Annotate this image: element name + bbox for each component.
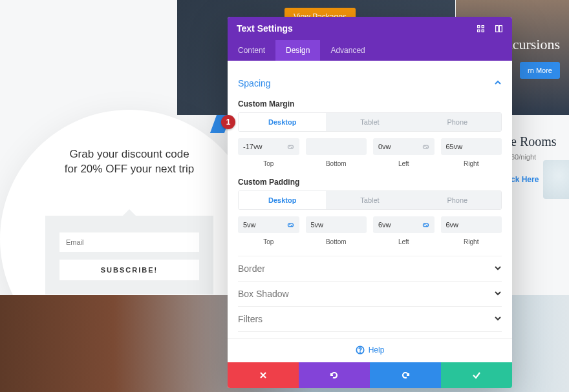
side-left-label: Left	[373, 160, 435, 167]
expand-icon[interactable]	[476, 24, 485, 33]
chevron-down-icon	[494, 263, 502, 274]
snap-icon[interactable]	[494, 24, 503, 33]
tab-advanced[interactable]: Advanced	[320, 40, 375, 61]
section-filters[interactable]: Filters	[238, 306, 502, 331]
link-icon[interactable]	[422, 220, 431, 229]
section-border[interactable]: Border	[238, 256, 502, 281]
annotation-marker-1: 1	[221, 115, 235, 129]
discount-heading: Grab your discount code for 20% OFF your…	[65, 147, 194, 177]
margin-device-tabs: Desktop Tablet Phone	[238, 112, 502, 132]
margin-bottom-input[interactable]	[306, 138, 367, 155]
svg-point-7	[360, 352, 360, 353]
save-button[interactable]	[441, 362, 512, 388]
padding-device-desktop[interactable]: Desktop	[239, 191, 326, 209]
text-settings-modal: Text Settings Content Design Advanced Sp…	[228, 17, 512, 388]
custom-margin-group: Custom Margin Desktop Tablet Phone	[238, 99, 502, 167]
section-spacing[interactable]: Spacing	[238, 71, 502, 96]
side-bottom-label: Bottom	[306, 160, 367, 167]
side-left-label: Left	[373, 238, 435, 245]
side-bottom-label: Bottom	[306, 238, 367, 245]
margin-device-tablet[interactable]: Tablet	[326, 113, 413, 131]
tab-design[interactable]: Design	[275, 40, 320, 61]
redo-button[interactable]	[370, 362, 441, 388]
help-icon	[356, 346, 365, 355]
email-field[interactable]	[59, 232, 199, 252]
section-box-shadow[interactable]: Box Shadow	[238, 281, 502, 306]
section-filters-label: Filters	[238, 314, 263, 324]
padding-bottom-input[interactable]	[306, 216, 367, 233]
section-transform[interactable]: Transform	[238, 331, 502, 338]
section-border-label: Border	[238, 263, 265, 274]
svg-rect-2	[477, 30, 479, 32]
side-top-label: Top	[238, 160, 299, 167]
padding-device-tablet[interactable]: Tablet	[326, 191, 413, 209]
subscribe-form: SUBSCRIBE!	[45, 216, 213, 294]
subscribe-button[interactable]: SUBSCRIBE!	[59, 260, 199, 280]
help-button[interactable]: Help	[228, 338, 512, 362]
side-right-label: Right	[441, 238, 502, 245]
modal-actions	[228, 362, 512, 388]
undo-button[interactable]	[299, 362, 370, 388]
rooms-title: e Rooms	[511, 134, 569, 149]
side-right-label: Right	[441, 160, 502, 167]
padding-device-tabs: Desktop Tablet Phone	[238, 191, 502, 210]
cancel-button[interactable]	[228, 362, 299, 388]
custom-padding-label: Custom Padding	[238, 178, 502, 187]
margin-right-input[interactable]	[441, 138, 502, 155]
svg-rect-0	[477, 25, 479, 27]
modal-header: Text Settings	[228, 17, 512, 40]
section-box-shadow-label: Box Shadow	[238, 289, 289, 299]
side-top-label: Top	[238, 238, 299, 245]
rooms-image	[543, 160, 569, 199]
svg-rect-5	[499, 25, 502, 32]
section-spacing-label: Spacing	[238, 78, 271, 88]
margin-device-desktop[interactable]: Desktop	[239, 113, 326, 131]
link-icon[interactable]	[286, 220, 295, 229]
link-icon[interactable]	[286, 142, 295, 151]
help-label: Help	[369, 346, 385, 355]
modal-title: Text Settings	[237, 23, 293, 34]
custom-margin-label: Custom Margin	[238, 99, 502, 108]
margin-device-phone[interactable]: Phone	[414, 113, 501, 131]
chevron-down-icon	[494, 288, 502, 300]
svg-rect-1	[482, 25, 484, 27]
svg-rect-4	[495, 25, 498, 32]
link-icon[interactable]	[422, 142, 431, 151]
learn-more-button[interactable]: rn More	[520, 62, 560, 79]
custom-padding-group: Custom Padding Desktop Tablet Phone	[238, 178, 502, 245]
padding-device-phone[interactable]: Phone	[414, 191, 501, 209]
modal-tabs: Content Design Advanced	[228, 40, 512, 61]
modal-body: Spacing Custom Margin Desktop Tablet Pho…	[228, 61, 512, 338]
padding-right-input[interactable]	[441, 216, 502, 233]
svg-rect-3	[482, 30, 484, 32]
chevron-down-icon	[494, 313, 502, 325]
tab-content[interactable]: Content	[228, 40, 275, 61]
chevron-up-icon	[494, 77, 502, 89]
